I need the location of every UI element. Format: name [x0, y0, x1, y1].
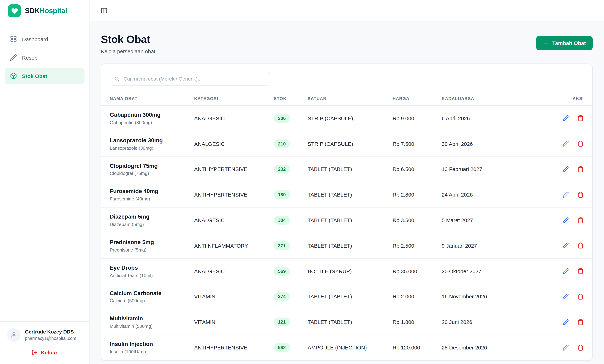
pencil-icon — [563, 344, 569, 351]
drug-generic-name: Clopidogrel (75mg) — [110, 171, 182, 176]
delete-button[interactable] — [576, 241, 585, 250]
main-content: Stok Obat Kelola persediaan obat Tambah … — [89, 21, 604, 364]
stock-badge: 210 — [274, 139, 290, 148]
sidebar-item-dashboard[interactable]: Dashboard — [5, 31, 85, 47]
edit-button[interactable] — [561, 114, 570, 123]
sidebar-nav: Dashboard Resep Stok Obat — [0, 22, 89, 321]
drug-price: Rp 7.500 — [384, 131, 433, 157]
dashboard-grid-icon — [10, 36, 17, 43]
trash-icon — [577, 166, 584, 172]
drug-unit: TABLET (TABLET) — [299, 284, 384, 309]
pencil-icon — [563, 268, 569, 274]
drug-category: ANALGESIC — [186, 106, 265, 131]
prescription-pen-icon — [10, 54, 17, 61]
trash-icon — [577, 293, 584, 300]
table-row: Calcium Carbonate Calcium (500mg) VITAMI… — [101, 284, 592, 309]
drug-price: Rp 2.800 — [384, 182, 433, 207]
drug-price: Rp 120.000 — [384, 335, 433, 360]
brand-name: SDKHospital — [25, 7, 67, 15]
sidebar-item-resep[interactable]: Resep — [5, 49, 85, 66]
edit-button[interactable] — [561, 165, 570, 174]
add-drug-button[interactable]: Tambah Obat — [536, 36, 593, 50]
sidebar-item-stok-obat[interactable]: Stok Obat — [5, 68, 85, 84]
trash-icon — [577, 115, 584, 121]
drug-price: Rp 1.800 — [384, 309, 433, 335]
column-header-stok: STOK — [265, 92, 299, 106]
user-profile: Gertrude Kozey DDS pharmacy1@hospital.co… — [7, 328, 82, 342]
drug-unit: STRIP (CAPSULE) — [299, 106, 384, 131]
delete-button[interactable] — [576, 343, 585, 352]
delete-button[interactable] — [576, 190, 585, 199]
drug-unit: TABLET (TABLET) — [299, 157, 384, 182]
drug-category: ANALGESIC — [186, 258, 265, 284]
drug-name: Calcium Carbonate — [110, 290, 182, 297]
stock-badge: 582 — [274, 343, 290, 352]
heart-icon — [8, 4, 21, 17]
edit-button[interactable] — [561, 241, 570, 250]
trash-icon — [577, 319, 584, 325]
drug-expiry: 28 Desember 2026 — [433, 335, 551, 360]
drug-expiry: 30 April 2026 — [433, 131, 551, 157]
sidebar-footer: Gertrude Kozey DDS pharmacy1@hospital.co… — [0, 321, 89, 364]
table-row: Multivitamin Multivitamin (500mg) VITAMI… — [101, 309, 592, 335]
column-header-satuan: SATUAN — [299, 92, 384, 106]
drug-unit: BOTTLE (SYRUP) — [299, 258, 384, 284]
drug-unit: TABLET (TABLET) — [299, 233, 384, 258]
delete-button[interactable] — [576, 165, 585, 174]
pencil-icon — [563, 141, 569, 147]
edit-button[interactable] — [561, 317, 570, 327]
drug-expiry: 9 Januari 2027 — [433, 233, 551, 258]
drug-category: ANALGESIC — [186, 207, 265, 233]
logout-label: Keluar — [41, 350, 57, 355]
column-header-harga: HARGA — [384, 92, 433, 106]
page-subtitle: Kelola persediaan obat — [101, 48, 155, 54]
drug-price: Rp 35.000 — [384, 258, 433, 284]
stock-badge: 371 — [274, 241, 290, 250]
sidebar-item-label: Dashboard — [22, 36, 48, 42]
drug-expiry: 20 Juni 2026 — [433, 309, 551, 335]
delete-button[interactable] — [576, 267, 585, 276]
edit-button[interactable] — [561, 343, 570, 352]
trash-icon — [577, 243, 584, 249]
drug-expiry: 16 November 2026 — [433, 284, 551, 309]
delete-button[interactable] — [576, 114, 585, 123]
trash-icon — [577, 217, 584, 223]
drug-expiry: 20 Oktober 2027 — [433, 258, 551, 284]
pencil-icon — [563, 192, 569, 198]
edit-button[interactable] — [561, 267, 570, 276]
stock-badge: 306 — [274, 114, 290, 123]
delete-button[interactable] — [576, 317, 585, 327]
logout-button[interactable]: Keluar — [7, 350, 82, 358]
drug-name: Insulin Injection — [110, 340, 182, 348]
drug-price: Rp 9.000 — [384, 106, 433, 131]
content-column: Stok Obat Kelola persediaan obat Tambah … — [89, 0, 604, 364]
delete-button[interactable] — [576, 216, 585, 225]
trash-icon — [577, 141, 584, 147]
drug-category: ANTIHYPERTENSIVE — [186, 157, 265, 182]
stock-badge: 180 — [274, 190, 290, 199]
table-row: Clopidogrel 75mg Clopidogrel (75mg) ANTI… — [101, 157, 592, 182]
pencil-icon — [563, 293, 569, 300]
edit-button[interactable] — [561, 139, 570, 148]
drug-category: ANTIHYPERTENSIVE — [186, 335, 265, 360]
drug-category: ANTIHYPERTENSIVE — [186, 182, 265, 207]
edit-button[interactable] — [561, 190, 570, 199]
stock-badge: 274 — [274, 292, 290, 301]
drug-price: Rp 2.500 — [384, 233, 433, 258]
drug-table-header: NAMA OBAT KATEGORI STOK SATUAN HARGA KAD… — [101, 92, 592, 106]
stock-badge: 569 — [274, 267, 290, 276]
package-icon — [10, 72, 17, 79]
drug-unit: TABLET (TABLET) — [299, 182, 384, 207]
edit-button[interactable] — [561, 216, 570, 225]
trash-icon — [577, 344, 584, 351]
delete-button[interactable] — [576, 292, 585, 301]
drug-name: Diazepam 5mg — [110, 213, 182, 221]
column-header-nama-obat: NAMA OBAT — [101, 92, 186, 106]
sidebar-collapse-button[interactable] — [99, 5, 109, 16]
search-area — [101, 64, 592, 92]
edit-button[interactable] — [561, 292, 570, 301]
delete-button[interactable] — [576, 139, 585, 148]
drug-generic-name: Artificial Tears (10ml) — [110, 273, 182, 278]
search-input[interactable] — [110, 72, 270, 85]
drug-expiry: 6 April 2026 — [433, 106, 551, 131]
